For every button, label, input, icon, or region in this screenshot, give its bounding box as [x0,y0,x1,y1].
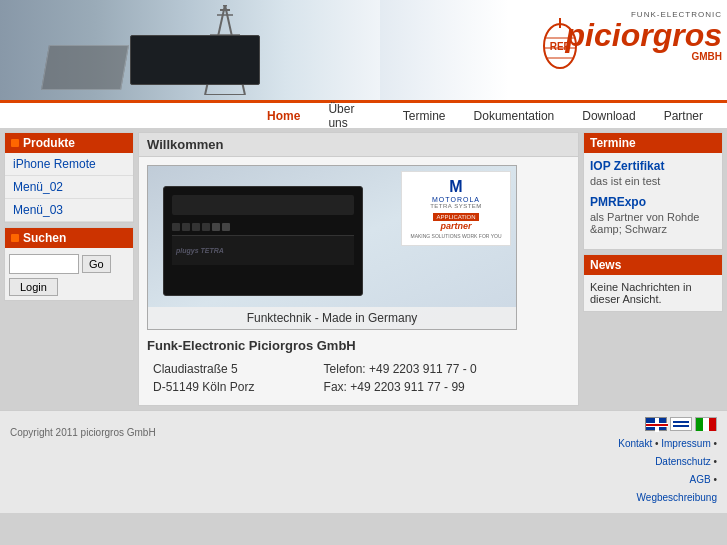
products-title: Produkte [5,133,133,153]
phone-cell: Telefon: +49 2203 911 77 - 0 [320,361,568,377]
company-name: Funk-Electronic Piciorgros GmbH [147,338,570,353]
footer: Copyright 2011 piciorgros GmbH [0,410,727,513]
motorola-badge1: APPLICATION [433,213,478,221]
motorola-badge2: partner [440,221,471,231]
products-label: Produkte [23,136,75,150]
logo-area: FUNK-ELECTRONIC piciorgros GMBH [566,10,722,62]
contact-table: Claudiastraße 5 Telefon: +49 2203 911 77… [147,359,570,397]
nav-termine[interactable]: Termine [389,104,460,128]
flag-it [695,417,717,431]
logo-icon: REP [541,18,579,76]
device-detail [172,195,354,215]
flag-it-green [696,418,703,431]
content-title-text: Willkommen [147,137,223,152]
search-row: Go [9,254,129,274]
footer-copyright: Copyright 2011 piciorgros GmbH [10,417,156,438]
address-row: Claudiastraße 5 Telefon: +49 2203 911 77… [149,361,568,377]
footer-kontakt[interactable]: Kontakt [618,438,652,449]
content-title: Willkommen [139,133,578,157]
device-image [130,35,260,85]
sidebar-item-iphone-remote[interactable]: iPhone Remote [5,153,133,176]
products-section: Produkte iPhone Remote Menü_02 Menü_03 [4,132,134,223]
motorola-sub: TETRA SYSTEM [430,203,482,209]
logo-svg: REP [541,18,579,73]
flag-uk [645,417,667,431]
fax-value: +49 2203 911 77 - 99 [350,380,464,394]
nav-download[interactable]: Download [568,104,649,128]
address-row2: D-51149 Köln Porz Fax: +49 2203 911 77 -… [149,379,568,395]
footer-impressum[interactable]: Impressum [661,438,710,449]
termine-title: Termine [584,133,722,153]
device-box: plugys TETRA [163,186,363,296]
footer-wegbeschreibung[interactable]: Wegbeschreibung [637,492,717,503]
header: FUNK-ELECTRONIC piciorgros GMBH REP [0,0,727,100]
device-ports [172,223,354,231]
products-title-dot [11,139,19,147]
footer-links: Kontakt • Impressum • Datenschutz • AGB … [618,435,717,507]
search-go-button[interactable]: Go [82,255,111,273]
main-wrapper: Produkte iPhone Remote Menü_02 Menü_03 S… [0,128,727,410]
phone-value: +49 2203 911 77 - 0 [369,362,477,376]
image-caption: Funktechnik - Made in Germany [148,307,516,329]
nav-home[interactable]: Home [253,104,314,128]
search-title: Suchen [5,228,133,248]
address-line2: D-51149 Köln Porz [149,379,318,395]
footer-right: Kontakt • Impressum • Datenschutz • AGB … [618,417,717,507]
main-content: Willkommen [138,132,579,406]
phone-label: Telefon: [324,362,366,376]
search-label: Suchen [23,231,66,245]
nav-ueber-uns[interactable]: Über uns [314,97,388,135]
nav-bar: Home Über uns Termine Dokumentation Down… [0,100,727,128]
pmrexpo-link[interactable]: PMRExpo [590,195,716,209]
nav-dokumentation[interactable]: Dokumentation [460,104,569,128]
solar-panel-icon [41,45,129,90]
pmr-text: als Partner von Rohde &amp; Schwarz [590,211,716,235]
sidebar-item-menu03[interactable]: Menü_03 [5,199,133,222]
motorola-text: MOTOROLA [432,196,480,203]
search-input[interactable] [9,254,79,274]
footer-datenschutz[interactable]: Datenschutz [655,456,711,467]
footer-flags [645,417,717,431]
content-body: plugys TETRA M MOTOROLA TETRA SYSTEM APP… [139,157,578,405]
news-title: News [584,255,722,275]
motorola-tagline: MAKING SOLUTIONS WORK FOR YOU [410,233,501,239]
iop-zertifikat-link[interactable]: IOP Zertifikat [590,159,716,173]
news-content: Keine Nachrichten in dieser Ansicht. [584,275,722,311]
search-section: Suchen Go Login [4,227,134,301]
motorola-m: M [449,178,462,196]
termine-section: Termine IOP Zertifikat das ist ein test … [583,132,723,250]
main-image: plugys TETRA M MOTOROLA TETRA SYSTEM APP… [147,165,517,330]
nav-partner[interactable]: Partner [650,104,717,128]
caption-text: Funktechnik - Made in Germany [247,311,418,325]
termine-content: IOP Zertifikat das ist ein test PMRExpo … [584,153,722,249]
logo-main-text: piciorgros [566,19,722,51]
address-line1: Claudiastraße 5 [149,361,318,377]
flag-il [670,417,692,431]
news-text: Keine Nachrichten in dieser Ansicht. [590,281,692,305]
fax-cell: Fax: +49 2203 911 77 - 99 [320,379,568,395]
search-title-dot [11,234,19,242]
fax-label: Fax: [324,380,347,394]
iop-text: das ist ein test [590,175,716,187]
right-sidebar: Termine IOP Zertifikat das ist ein test … [583,132,723,406]
login-button[interactable]: Login [9,278,58,296]
flag-it-red [709,418,716,431]
flag-it-white [703,418,710,431]
footer-agb[interactable]: AGB [690,474,711,485]
left-sidebar: Produkte iPhone Remote Menü_02 Menü_03 S… [4,132,134,406]
svg-text:REP: REP [550,41,571,52]
news-section: News Keine Nachrichten in dieser Ansicht… [583,254,723,312]
motorola-logo-box: M MOTOROLA TETRA SYSTEM APPLICATION part… [401,171,511,246]
sidebar-item-menu02[interactable]: Menü_02 [5,176,133,199]
